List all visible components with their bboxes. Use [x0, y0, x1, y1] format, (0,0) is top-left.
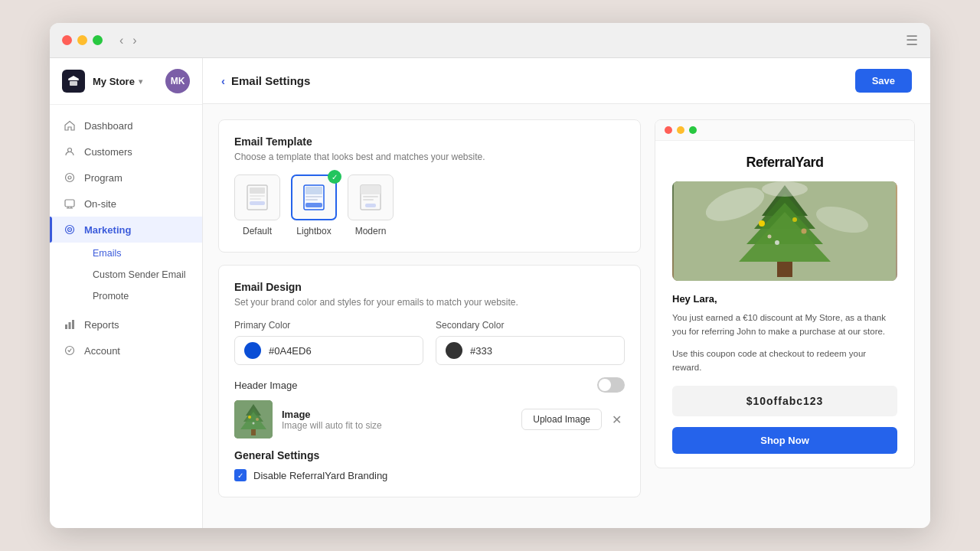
disable-branding-row[interactable]: ✓ Disable ReferralYard Branding [234, 469, 625, 481]
close-upload-button[interactable]: ✕ [608, 411, 625, 428]
template-lightbox[interactable]: ✓ Lightbox [291, 174, 337, 236]
svg-rect-1 [70, 81, 77, 86]
breadcrumb: ‹ Email Settings [221, 74, 310, 87]
secondary-color-swatch [446, 342, 462, 359]
sub-nav-item-custom-sender[interactable]: Custom Sender Email [83, 264, 202, 285]
primary-color-value: #0A4ED6 [269, 345, 312, 357]
image-preview-row: Image Image will auto fit to size Upload… [234, 400, 625, 439]
template-lightbox-box[interactable]: ✓ [291, 174, 337, 220]
reports-icon [64, 318, 76, 331]
close-button[interactable] [62, 35, 72, 45]
home-icon [64, 119, 76, 132]
preview-window: ReferralYard [655, 119, 915, 468]
primary-color-input[interactable]: #0A4ED6 [234, 336, 423, 365]
svg-point-34 [248, 416, 251, 419]
template-lightbox-label: Lightbox [296, 226, 331, 236]
disable-branding-checkbox[interactable]: ✓ [234, 469, 247, 481]
preview-tl-green [689, 126, 697, 134]
account-icon [64, 344, 76, 357]
traffic-lights [62, 35, 103, 45]
preview-panel: ReferralYard [655, 119, 915, 513]
svg-point-3 [68, 148, 72, 152]
shop-now-button[interactable]: Shop Now [672, 427, 897, 454]
template-modern-box[interactable] [348, 174, 394, 220]
template-default-label: Default [243, 226, 272, 236]
email-template-subtitle: Choose a template that looks best and ma… [234, 152, 625, 162]
sidebar-item-account[interactable]: Account [50, 337, 202, 364]
svg-rect-11 [69, 322, 71, 329]
svg-rect-15 [250, 187, 265, 194]
svg-rect-12 [72, 320, 74, 329]
store-icon [62, 70, 85, 93]
svg-rect-42 [777, 262, 792, 277]
svg-rect-16 [250, 195, 265, 197]
back-arrow[interactable]: ‹ [119, 34, 123, 47]
header-image-label: Header Image [234, 380, 297, 391]
svg-point-46 [792, 217, 797, 222]
maximize-button[interactable] [93, 35, 103, 45]
sidebar-item-reports[interactable]: Reports [50, 311, 202, 337]
svg-rect-20 [305, 187, 322, 194]
preview-body-text: You just earned a €10 discount at My Sto… [672, 311, 897, 339]
svg-point-35 [256, 418, 259, 421]
store-name[interactable]: My Store ▾ [93, 76, 142, 87]
sub-nav-item-promote[interactable]: Promote [83, 285, 202, 307]
svg-rect-18 [250, 201, 265, 205]
header-image-row: Header Image [234, 377, 625, 393]
preview-body-text2: Use this coupon code at checkout to rede… [672, 347, 897, 375]
svg-rect-25 [361, 185, 381, 194]
sidebar-nav: Dashboard Customers [50, 105, 202, 528]
sidebar-item-customers[interactable]: Customers [50, 139, 202, 165]
minimize-button[interactable] [77, 35, 87, 45]
svg-point-4 [66, 174, 74, 182]
general-settings: General Settings ✓ Disable ReferralYard … [234, 449, 625, 481]
svg-rect-6 [65, 200, 74, 207]
svg-point-43 [759, 220, 765, 227]
sidebar-item-label: Program [84, 172, 122, 184]
app-body: My Store ▾ MK Dashboard [50, 58, 930, 528]
breadcrumb-back[interactable]: ‹ [221, 74, 225, 87]
svg-point-5 [68, 176, 71, 179]
secondary-color-input[interactable]: #333 [436, 336, 625, 365]
template-default-box[interactable] [234, 174, 280, 220]
secondary-color-field: Secondary Color #333 [436, 320, 625, 365]
settings-panel: Email Template Choose a template that lo… [218, 119, 641, 513]
header-image-toggle[interactable] [597, 377, 625, 393]
template-modern-label: Modern [355, 226, 387, 236]
email-design-subtitle: Set your brand color and styles for your… [234, 297, 625, 308]
secondary-color-value: #333 [470, 345, 492, 357]
sidebar-item-program[interactable]: Program [50, 165, 202, 191]
preview-tl-yellow [677, 126, 684, 134]
save-button[interactable]: Save [855, 69, 912, 93]
sidebar-item-marketing[interactable]: Marketing [50, 217, 202, 243]
forward-arrow[interactable]: › [132, 34, 136, 47]
upload-image-button[interactable]: Upload Image [521, 409, 602, 430]
sidebar-item-label: Dashboard [84, 120, 133, 132]
sidebar-item-dashboard[interactable]: Dashboard [50, 112, 202, 139]
sub-nav: Emails Custom Sender Email Promote [50, 243, 202, 307]
upload-btn-row: Upload Image ✕ [521, 409, 625, 430]
colors-row: Primary Color #0A4ED6 Secondary Color [234, 320, 625, 365]
primary-color-label: Primary Color [234, 320, 423, 331]
preview-brand-name: ReferralYard [672, 155, 897, 171]
primary-color-swatch [244, 342, 261, 359]
svg-rect-26 [363, 196, 378, 197]
preview-titlebar [655, 120, 914, 141]
sub-nav-item-emails[interactable]: Emails [83, 243, 202, 264]
main-content: ‹ Email Settings Save Email Template Cho… [203, 58, 930, 528]
template-default[interactable]: Default [234, 174, 280, 236]
menu-icon[interactable]: ☰ [906, 32, 918, 49]
sidebar-item-onsite[interactable]: On-site [50, 191, 202, 217]
template-modern[interactable]: Modern [348, 174, 394, 236]
content-area: Email Template Choose a template that lo… [203, 104, 930, 528]
email-template-title: Email Template [234, 135, 625, 148]
sidebar-item-label: Customers [84, 146, 132, 158]
svg-point-47 [768, 235, 772, 239]
svg-rect-22 [305, 199, 318, 201]
svg-rect-21 [305, 196, 322, 197]
preview-tl-red [665, 126, 672, 134]
image-subtitle: Image will auto fit to size [282, 420, 512, 431]
svg-rect-33 [251, 429, 256, 435]
page-title: Email Settings [231, 74, 310, 87]
email-template-card: Email Template Choose a template that lo… [218, 119, 641, 253]
